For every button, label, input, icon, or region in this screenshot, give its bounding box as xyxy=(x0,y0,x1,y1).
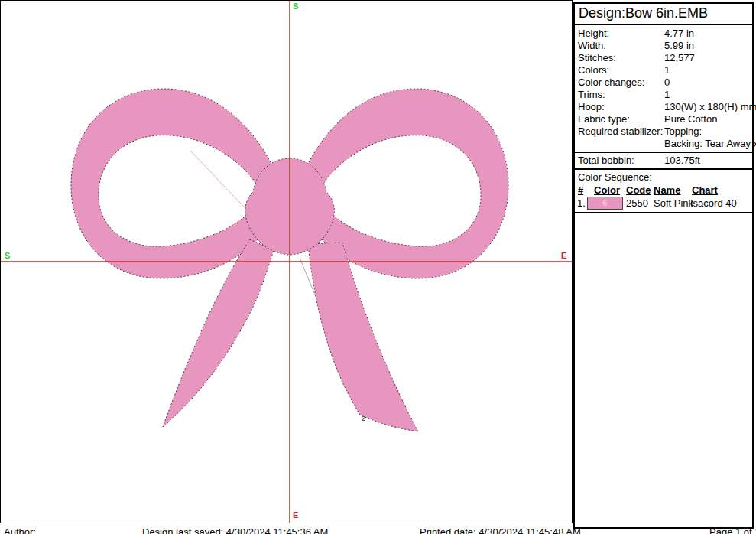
info-label: Required stabilizer: xyxy=(578,125,664,150)
info-value: 1 xyxy=(664,89,752,101)
color-sequence-section: Color Sequence: # Color Code Name Chart … xyxy=(575,168,752,213)
footer-last-saved: Design last saved: 4/30/2024 11:45:36 AM xyxy=(142,526,328,534)
info-row-color-changes: Color changes: 0 xyxy=(575,77,752,89)
info-value: 4.77 in xyxy=(664,28,752,40)
col-header-color: Color xyxy=(594,184,620,196)
stabilizer-topping: Topping: xyxy=(664,125,702,137)
info-label: Hoop: xyxy=(578,101,664,113)
info-row-trims: Trims: 1 xyxy=(575,89,752,101)
col-header-chart: Chart xyxy=(692,184,718,196)
design-properties: Height: 4.77 in Width: 5.99 in Stitches:… xyxy=(575,25,752,168)
color-sequence-table: # Color Code Name Chart 1. 6 2550 Soft P… xyxy=(575,184,752,212)
design-info-panel: Design:Bow 6in.EMB Height: 4.77 in Width… xyxy=(573,2,754,529)
info-row-fabric: Fabric type: Pure Cotton xyxy=(575,113,752,125)
info-label: Fabric type: xyxy=(578,113,664,125)
color-row-name: Soft Pink xyxy=(654,197,693,209)
thread-color-swatch[interactable]: 6 xyxy=(587,197,623,210)
print-preview-page: 2 S S E E Design:Bow 6in.EMB Height: 4.7… xyxy=(0,0,756,534)
info-value: 5.99 in xyxy=(664,40,752,52)
design-preview-svg: 2 S S E E xyxy=(1,1,572,523)
info-value: Topping: Backing: Tear Away x 2 xyxy=(664,125,756,150)
info-label: Height: xyxy=(578,28,664,40)
start-marker-left: S xyxy=(5,251,10,260)
info-row-colors: Colors: 1 xyxy=(575,64,752,77)
info-label: Colors: xyxy=(578,64,664,77)
info-row-hoop: Hoop: 130(W) x 180(H) mm xyxy=(575,101,752,113)
footer-printed-date: Printed date: 4/30/2024 11:45:48 AM xyxy=(420,526,581,534)
color-sequence-divider xyxy=(575,212,752,213)
design-canvas[interactable]: 2 S S E E xyxy=(0,0,573,523)
info-label: Stitches: xyxy=(578,52,664,64)
info-value: 0 xyxy=(664,77,752,89)
info-label: Total bobbin: xyxy=(578,155,664,167)
info-value: 103.75ft xyxy=(664,155,752,167)
info-label: Color changes: xyxy=(578,77,664,89)
col-header-num: # xyxy=(578,184,583,196)
design-title: Design:Bow 6in.EMB xyxy=(575,4,752,25)
stabilizer-backing: Backing: Tear Away x 2 xyxy=(664,138,756,149)
col-header-name: Name xyxy=(654,184,680,196)
color-row-chart: Isacord 40 xyxy=(690,197,737,209)
info-row-width: Width: 5.99 in xyxy=(575,40,752,52)
info-row-bobbin: Total bobbin: 103.75ft xyxy=(575,152,752,168)
footer-author: Author: xyxy=(4,526,36,534)
start-marker-top: S xyxy=(293,2,298,11)
info-value: 12,577 xyxy=(664,52,752,64)
color-row-code: 2550 xyxy=(626,197,648,209)
info-row-stabilizer: Required stabilizer: Topping: Backing: T… xyxy=(575,125,752,150)
info-value: 130(W) x 180(H) mm xyxy=(664,101,756,113)
footer-page-number: Page 1 of 1 xyxy=(709,526,756,534)
end-marker-bottom: E xyxy=(293,510,298,519)
info-value: 1 xyxy=(664,64,752,77)
info-row-height: Height: 4.77 in xyxy=(575,28,752,40)
info-label: Width: xyxy=(578,40,664,52)
stitch-marker: 2 xyxy=(362,415,365,422)
col-header-code: Code xyxy=(626,184,651,196)
info-value: Pure Cotton xyxy=(664,113,752,125)
color-row-index: 1. xyxy=(577,197,586,209)
color-sequence-heading: Color Sequence: xyxy=(575,170,752,184)
info-label: Trims: xyxy=(578,89,664,101)
info-row-stitches: Stitches: 12,577 xyxy=(575,52,752,64)
end-marker-right: E xyxy=(561,251,566,260)
